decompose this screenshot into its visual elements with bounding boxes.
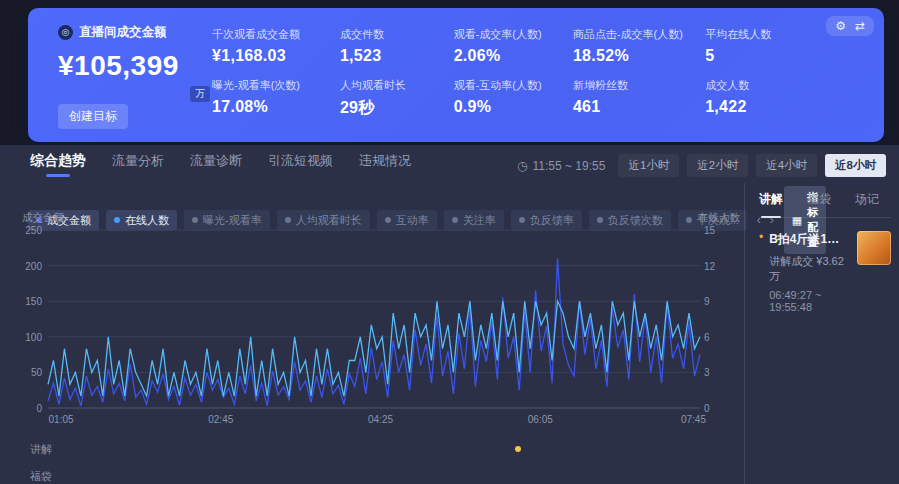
metrics-grid: 千次观看成交金额¥1,168.03成交件数1,523观看-成交率(人数)2.06… (200, 8, 884, 142)
range-button[interactable]: 近1小时 (618, 154, 679, 177)
explain-gmv: 讲解成交 ¥3.62万 (769, 254, 851, 284)
gmv-value: ¥105,399 (58, 50, 179, 82)
legend-chip-label: 负反馈率 (530, 213, 574, 228)
product-thumbnail (857, 231, 891, 265)
card-actions: ⚙⇄ (826, 16, 874, 36)
range-buttons: 近1小时近2小时近4小时近8小时 (618, 154, 886, 177)
metric-label: 新增粉丝数 (573, 78, 695, 93)
legend-chip-label: 曝光-观看率 (203, 213, 262, 228)
left-tick: 200 (0, 261, 42, 272)
legend-dot-icon (192, 217, 198, 223)
metric-value: 2.06% (454, 47, 563, 65)
range-button[interactable]: 近8小时 (825, 154, 886, 177)
metric-value: 0.9% (454, 98, 563, 116)
left-tick: 50 (0, 367, 42, 378)
metric-label: 观看-成交率(人数) (454, 27, 563, 42)
legend-dot-icon (597, 217, 603, 223)
panel-tab-福袋[interactable]: 福袋 (807, 191, 831, 208)
metric-cell: 人均观看时长29秒 (340, 78, 444, 129)
metric-cell: 商品点击-成交率(人数)18.52% (573, 27, 695, 78)
legend-dot-icon (452, 217, 458, 223)
legend-chip[interactable]: 负反馈次数 (589, 210, 671, 231)
x-tick: 04:25 (368, 414, 393, 425)
explain-panel: 讲解福袋场记 • B拍4斤送1斤共35-4... 讲解成交 ¥3.62万 06:… (744, 183, 899, 484)
metric-value: 1,422 (705, 98, 798, 116)
legend-chip[interactable]: 人均观看时长 (277, 210, 370, 231)
metric-label: 曝光-观看率(次数) (212, 78, 330, 93)
right-tick: 12 (704, 261, 715, 272)
legend-chip-label: 负反馈次数 (608, 213, 663, 228)
metric-label: 商品点击-成交率(人数) (573, 27, 695, 42)
tab-违规情况[interactable]: 违规情况 (359, 152, 411, 177)
gmv-title-row: ◎ 直播间成交金额 (58, 24, 200, 41)
tab-综合趋势[interactable]: 综合趋势 (30, 152, 86, 177)
metric-value: 1,523 (340, 47, 444, 65)
trend-chart[interactable] (48, 230, 700, 408)
metric-value: 17.08% (212, 98, 330, 116)
metric-value: 5 (705, 47, 798, 65)
right-tick: 15 (704, 225, 715, 236)
tab-流量分析[interactable]: 流量分析 (112, 152, 164, 177)
time-range: ◷ 11:55 ~ 19:55 (517, 159, 605, 173)
track-label-福袋: 福袋 (30, 469, 52, 484)
tab-流量诊断[interactable]: 流量诊断 (190, 152, 242, 177)
range-button[interactable]: 近4小时 (756, 154, 817, 177)
legend-dot-icon (385, 217, 391, 223)
panel-tabs: 讲解福袋场记 (759, 191, 891, 218)
range-button[interactable]: 近2小时 (687, 154, 748, 177)
legend-dot-icon (285, 217, 291, 223)
swap-icon[interactable]: ⇄ (855, 20, 865, 32)
left-tick: 250 (0, 225, 42, 236)
legend-chip[interactable]: 关注率 (444, 210, 504, 231)
track-marker-icon[interactable] (515, 446, 521, 452)
metric-label: 平均在线人数 (705, 27, 798, 42)
legend-chip[interactable]: 曝光-观看率 (184, 210, 270, 231)
tab-引流短视频[interactable]: 引流短视频 (268, 152, 333, 177)
metric-value: 29秒 (340, 98, 444, 119)
metric-label: 观看-互动率(人数) (454, 78, 563, 93)
legend-dot-icon (114, 217, 120, 223)
metric-cell: 新增粉丝数461 (573, 78, 695, 129)
gmv-title: 直播间成交金额 (79, 24, 167, 41)
right-tick: 3 (704, 367, 710, 378)
legend-dot-icon (519, 217, 525, 223)
metric-cell: 观看-互动率(人数)0.9% (454, 78, 563, 129)
metric-cell: 曝光-观看率(次数)17.08% (212, 78, 330, 129)
x-tick: 02:45 (208, 414, 233, 425)
create-goal-button[interactable]: 创建目标 (58, 104, 128, 129)
x-tick: 01:05 (49, 414, 74, 425)
x-tick: 07:45 (681, 414, 706, 425)
unit-badge: 万 (190, 86, 210, 102)
explain-item-body: B拍4斤送1斤共35-4... 讲解成交 ¥3.62万 06:49:27 ~ 1… (769, 231, 851, 313)
panel-tab-场记[interactable]: 场记 (855, 191, 879, 208)
legend-chip-label: 互动率 (396, 213, 429, 228)
trend-section: 综合趋势流量分析流量诊断引流短视频违规情况 ◷ 11:55 ~ 19:55 近1… (0, 145, 899, 484)
left-tick: 150 (0, 296, 42, 307)
metric-value: 461 (573, 98, 695, 116)
metric-cell: 千次观看成交金额¥1,168.03 (212, 27, 330, 78)
legend-chip[interactable]: 在线人数 (106, 210, 177, 231)
metric-cell: 平均在线人数5 (705, 27, 798, 78)
legend-chip-label: 关注率 (463, 213, 496, 228)
target-icon: ◎ (58, 25, 73, 40)
metric-label: 成交人数 (705, 78, 798, 93)
product-title: B拍4斤送1斤共35-4... (769, 231, 851, 248)
time-range-text: 11:55 ~ 19:55 (533, 159, 606, 173)
legend-chip[interactable]: 负反馈率 (511, 210, 582, 231)
right-tick: 0 (704, 403, 710, 414)
explain-item[interactable]: • B拍4斤送1斤共35-4... 讲解成交 ¥3.62万 06:49:27 ~… (759, 231, 891, 313)
metric-value: 18.52% (573, 47, 695, 65)
metric-cell: 成交人数1,422 (705, 78, 798, 129)
left-axis-title: 成交金额 (22, 211, 64, 225)
section-tabs: 综合趋势流量分析流量诊断引流短视频违规情况 (30, 152, 411, 177)
bullet-icon: • (759, 231, 763, 244)
track-label-讲解: 讲解 (30, 442, 52, 457)
settings-icon[interactable]: ⚙ (835, 20, 846, 32)
right-tick: 9 (704, 296, 710, 307)
metric-label: 成交件数 (340, 27, 444, 42)
legend-chip[interactable]: 互动率 (377, 210, 437, 231)
x-tick: 06:05 (528, 414, 553, 425)
panel-tab-讲解[interactable]: 讲解 (759, 191, 783, 208)
legend-chip-label: 人均观看时长 (296, 213, 362, 228)
left-tick: 0 (0, 403, 42, 414)
